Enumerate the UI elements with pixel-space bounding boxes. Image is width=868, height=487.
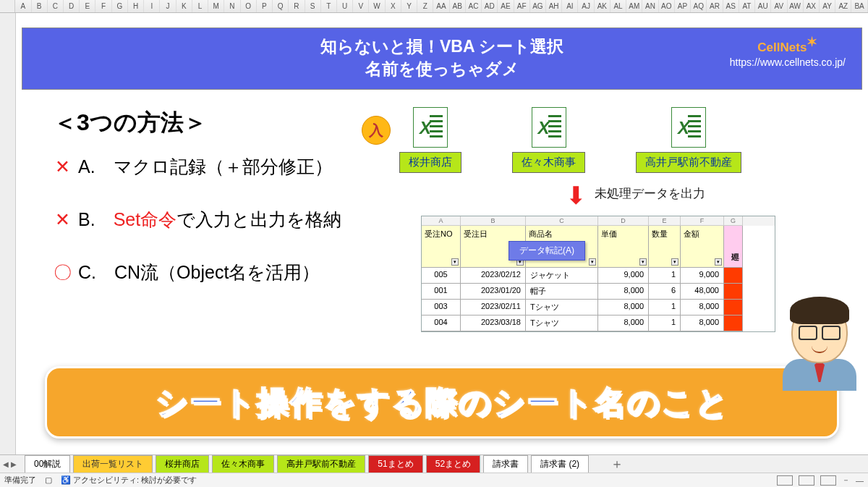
excel-file-icon bbox=[532, 107, 566, 148]
tab-sasaki[interactable]: 佐々木商事 bbox=[212, 455, 274, 473]
col-header[interactable]: J bbox=[160, 0, 176, 12]
excel-file-icon bbox=[413, 107, 448, 148]
col-header[interactable]: AR bbox=[707, 0, 723, 12]
col-header[interactable]: AQ bbox=[691, 0, 707, 12]
page-break-view-icon[interactable] bbox=[820, 475, 836, 486]
file-label-2: 佐々木商事 bbox=[512, 152, 585, 173]
filter-icon[interactable]: ▾ bbox=[639, 258, 647, 266]
filter-icon[interactable]: ▾ bbox=[715, 258, 722, 266]
tab-sakurai[interactable]: 桜井商店 bbox=[156, 455, 209, 473]
add-sheet-button[interactable]: ＋ bbox=[605, 455, 629, 473]
circle-mark-icon: 〇 bbox=[49, 263, 75, 281]
col-header[interactable]: AN bbox=[642, 0, 658, 12]
col-header[interactable]: AT bbox=[739, 0, 755, 12]
col-header[interactable]: AC bbox=[466, 0, 482, 12]
file-label-3: 高井戸駅前不動産 bbox=[636, 152, 741, 173]
tab-invoice[interactable]: 請求書 bbox=[483, 455, 528, 473]
col-header[interactable]: AL bbox=[610, 0, 626, 12]
col-header[interactable]: S bbox=[305, 0, 321, 12]
col-header[interactable]: L bbox=[192, 0, 208, 12]
col-header[interactable]: W bbox=[369, 0, 385, 12]
col-header[interactable]: A bbox=[15, 0, 31, 12]
arrow-down-icon: ⬇ bbox=[566, 181, 586, 210]
col-header[interactable]: Y bbox=[401, 0, 417, 12]
col-header[interactable]: AX bbox=[804, 0, 820, 12]
col-header[interactable]: R bbox=[289, 0, 305, 12]
x-mark-icon: ✕ bbox=[49, 209, 75, 230]
title-banner: 知らないと損！VBA シート選択 名前を使っちゃダメ CellNets✶ htt… bbox=[22, 27, 862, 90]
file-group-3: 高井戸駅前不動産 bbox=[636, 107, 741, 173]
mini-header-row: 受注NO▾ 受注日▾ 商品名▾ 単価▾ 数量▾ 金額▾ 処理 bbox=[422, 226, 775, 268]
col-header[interactable]: Z bbox=[417, 0, 433, 12]
col-header[interactable]: AF bbox=[514, 0, 530, 12]
sheet-tabs-bar: ◀ ▶ 00解説 出荷一覧リスト 桜井商店 佐々木商事 高井戸駅前不動産 51ま… bbox=[0, 454, 868, 473]
normal-view-icon[interactable] bbox=[777, 475, 793, 486]
col-header[interactable]: AI bbox=[562, 0, 578, 12]
brand-logo: CellNets✶ bbox=[730, 34, 846, 55]
tab-nav-arrows[interactable]: ◀ ▶ bbox=[3, 460, 17, 468]
col-header[interactable]: AZ bbox=[835, 0, 851, 12]
col-header[interactable]: AE bbox=[498, 0, 514, 12]
col-header[interactable]: BA bbox=[851, 0, 867, 12]
col-header[interactable]: AG bbox=[530, 0, 546, 12]
col-header[interactable]: K bbox=[176, 0, 192, 12]
col-header[interactable]: Q bbox=[273, 0, 289, 12]
table-row: 0032023/02/11Tシャツ8,00018,000 bbox=[422, 300, 775, 316]
file-group-2: 佐々木商事 bbox=[512, 107, 585, 173]
banner-line2: 名前を使っちゃダメ bbox=[33, 58, 851, 80]
col-header[interactable]: U bbox=[337, 0, 353, 12]
col-header[interactable]: AV bbox=[771, 0, 787, 12]
col-header[interactable]: N bbox=[224, 0, 240, 12]
col-header[interactable]: X bbox=[386, 0, 401, 12]
col-header[interactable]: AJ bbox=[578, 0, 594, 12]
col-header[interactable]: AW bbox=[788, 0, 804, 12]
x-mark-icon: ✕ bbox=[49, 156, 75, 177]
col-header[interactable]: AP bbox=[675, 0, 691, 12]
select-all-corner[interactable] bbox=[0, 0, 15, 12]
col-header[interactable]: B bbox=[32, 0, 48, 12]
data-transfer-button[interactable]: データ転記(A) bbox=[509, 241, 585, 261]
zoom-out-button[interactable]: － bbox=[842, 475, 850, 486]
tab-51[interactable]: 51まとめ bbox=[368, 455, 422, 473]
col-header[interactable]: AH bbox=[546, 0, 562, 12]
macro-record-icon[interactable]: ▢ bbox=[45, 475, 52, 485]
col-header[interactable]: F bbox=[95, 0, 111, 12]
col-header[interactable]: D bbox=[64, 0, 80, 12]
zoom-slider[interactable]: — bbox=[856, 476, 864, 485]
col-header[interactable]: C bbox=[48, 0, 64, 12]
col-header[interactable]: M bbox=[208, 0, 224, 12]
page-layout-view-icon[interactable] bbox=[799, 475, 814, 486]
col-header[interactable]: AD bbox=[482, 0, 498, 12]
col-header[interactable]: V bbox=[353, 0, 369, 12]
filter-icon[interactable]: ▾ bbox=[671, 258, 678, 266]
tab-takaido[interactable]: 高井戸駅前不動産 bbox=[277, 455, 365, 473]
col-header[interactable]: O bbox=[241, 0, 257, 12]
col-header[interactable]: P bbox=[257, 0, 273, 12]
col-header[interactable]: AA bbox=[433, 0, 449, 12]
col-header[interactable]: AY bbox=[820, 0, 835, 12]
col-header[interactable]: AK bbox=[595, 0, 610, 12]
caption-text: シート操作をする際のシート名のこと bbox=[156, 381, 729, 424]
col-header[interactable]: T bbox=[321, 0, 337, 12]
tab-invoice-2[interactable]: 請求書 (2) bbox=[531, 455, 589, 473]
tab-shipment-list[interactable]: 出荷一覧リスト bbox=[73, 455, 153, 473]
col-header[interactable]: H bbox=[128, 0, 144, 12]
column-header-row: ABCDEFGHIJKLMNOPQRSTUVWXYZAAABACADAEAFAG… bbox=[0, 0, 868, 13]
col-header[interactable]: G bbox=[112, 0, 128, 12]
filter-icon[interactable]: ▾ bbox=[451, 258, 459, 266]
tab-52[interactable]: 52まとめ bbox=[426, 455, 480, 473]
accessibility-status[interactable]: ♿ アクセシビリティ: 検討が必要です bbox=[61, 475, 197, 486]
filter-icon[interactable]: ▾ bbox=[589, 258, 596, 266]
col-header[interactable]: AU bbox=[755, 0, 771, 12]
worksheet-canvas: 知らないと損！VBA シート選択 名前を使っちゃダメ CellNets✶ htt… bbox=[16, 13, 868, 454]
brand-block: CellNets✶ https://www.cellnets.co.jp/ bbox=[730, 34, 846, 68]
tab-00[interactable]: 00解説 bbox=[25, 455, 70, 474]
col-header[interactable]: AM bbox=[626, 0, 642, 12]
col-header[interactable]: E bbox=[80, 0, 95, 12]
col-header[interactable]: AO bbox=[659, 0, 675, 12]
file-label-1: 桜井商店 bbox=[399, 152, 461, 173]
view-controls[interactable]: － — bbox=[777, 475, 864, 486]
col-header[interactable]: AS bbox=[723, 0, 739, 12]
col-header[interactable]: AB bbox=[450, 0, 466, 12]
col-header[interactable]: I bbox=[144, 0, 160, 12]
